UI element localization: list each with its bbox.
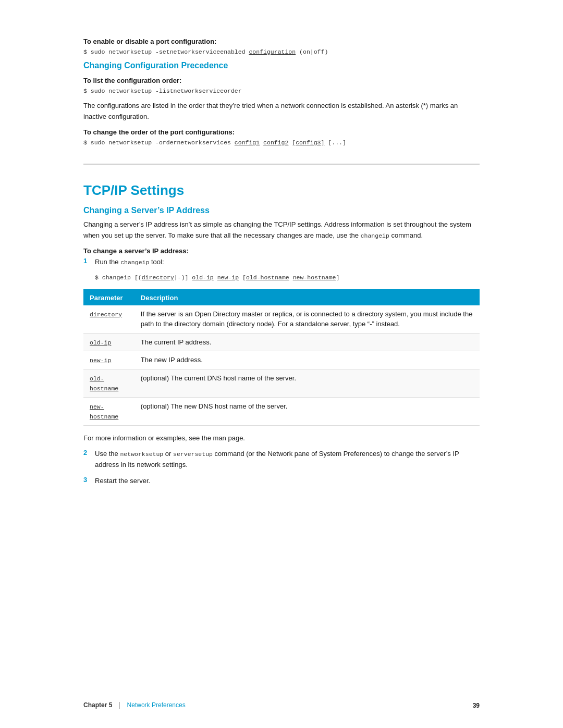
top-section: To enable or disable a port configuratio… (83, 38, 480, 57)
step-3-number: 3 (83, 476, 95, 484)
page-container: To enable or disable a port configuratio… (0, 0, 563, 728)
bold-label-list-config: To list the configuration order: (83, 77, 480, 84)
changing-config-heading: Changing Configuration Precedence (83, 61, 480, 70)
parameter-table: Parameter Description directoryIf the se… (83, 289, 480, 426)
command-list-text: $ sudo networksetup -listnetworkserviceo… (83, 88, 242, 94)
step-3: 3 Restart the server. (83, 476, 480, 487)
command-change-order: $ sudo networksetup -ordernetworkservice… (83, 138, 480, 147)
changing-config-section: Changing Configuration Precedence To lis… (83, 61, 480, 147)
step2-code1: networksetup (120, 451, 163, 458)
tcp-ip-heading: TCP/IP Settings (83, 170, 480, 199)
page-footer: Chapter 5 Network Preferences 39 (0, 701, 563, 709)
step-1-number: 1 (83, 257, 95, 265)
step2-prefix: Use the (95, 450, 120, 458)
table-cell-param: new-ip (83, 351, 134, 369)
step-1-content: Run the changeip tool: (95, 257, 480, 268)
changeip-inline: changeip (361, 232, 389, 239)
table-cell-param: directory (83, 305, 134, 334)
table-row: new-ipThe new IP address. (83, 351, 480, 369)
changing-server-heading: Changing a Server’s IP Address (83, 206, 480, 215)
changeip-sp1 (214, 274, 217, 281)
footer-left: Chapter 5 Network Preferences (83, 701, 186, 709)
for-more-info: For more information or examples, see th… (83, 433, 480, 444)
footer-page-number: 39 (473, 702, 480, 709)
command-list-config: $ sudo networksetup -listnetworkserviceo… (83, 87, 480, 96)
param-value: old-ip (90, 339, 111, 346)
bold-label-change-order: To change the order of the port configur… (83, 128, 480, 136)
changeip-old-ip: old-ip (192, 274, 213, 281)
command-enable-disable: $ sudo networksetup -setnetworkserviceen… (83, 47, 480, 57)
changing-server-section: Changing a Server’s IP Address Changing … (83, 206, 480, 487)
table-header-param: Parameter (83, 290, 134, 305)
server-body-suffix: command. (391, 231, 423, 239)
table-cell-param: old-hostname (83, 369, 134, 397)
step-1: 1 Run the changeip tool: (83, 257, 480, 268)
step-2-number: 2 (83, 449, 95, 456)
tcp-ip-section: TCP/IP Settings Changing a Server’s IP A… (83, 164, 480, 487)
table-row: old-hostname(optional) The current DNS h… (83, 369, 480, 397)
changing-server-body: Changing a server’s IP address isn’t as … (83, 219, 480, 241)
changeip-cmd-prefix: $ changeip [( (95, 274, 142, 281)
table-row: old-ipThe current IP address. (83, 333, 480, 351)
changeip-sp3 (289, 274, 293, 281)
cmd-order-config3: [config3] (292, 139, 324, 146)
table-row: directoryIf the server is an Open Direct… (83, 305, 480, 334)
param-value: old-hostname (90, 375, 118, 392)
table-cell-desc: (optional) The current DNS host name of … (134, 369, 480, 397)
table-cell-desc: The current IP address. (134, 333, 480, 351)
step-2: 2 Use the networksetup or serversetup co… (83, 449, 480, 471)
step1-code: changeip (120, 259, 149, 266)
table-cell-param: old-ip (83, 333, 134, 351)
footer-divider (119, 702, 120, 709)
changeip-sp2: [ (239, 274, 246, 281)
table-header-row: Parameter Description (83, 290, 480, 305)
changeip-mid1: |-)] (174, 274, 192, 281)
step2-middle: or (163, 450, 173, 458)
cmd-order-config2: config2 (263, 139, 288, 146)
command-enable-suffix: (on|off) (296, 48, 328, 55)
changeip-command: $ changeip [(directory|-)] old-ip new-ip… (95, 273, 480, 282)
footer-chapter-label: Chapter 5 (83, 701, 112, 709)
command-enable-prefix: $ sudo networksetup -setnetworkserviceen… (83, 48, 249, 55)
param-value: new-hostname (90, 403, 118, 421)
step1-prefix: Run the (95, 258, 120, 266)
config-body-text: The configurations are listed in the ord… (83, 101, 480, 122)
bold-label-change-server-ip: To change a server’s IP address: (83, 247, 480, 255)
step2-code2: serversetup (173, 451, 213, 458)
cmd-order-config1: config1 (235, 139, 260, 146)
footer-right: 39 (473, 701, 480, 709)
changeip-old-hostname: old-hostname (246, 274, 289, 281)
step1-suffix: tool: (149, 258, 164, 266)
param-value: new-ip (90, 357, 111, 364)
table-row: new-hostname(optional) The new DNS host … (83, 397, 480, 425)
table-cell-desc: If the server is an Open Directory maste… (134, 305, 480, 334)
param-value: directory (90, 311, 122, 318)
table-cell-desc: (optional) The new DNS host name of the … (134, 397, 480, 425)
changeip-directory: directory (142, 274, 174, 281)
table-header-desc: Description (134, 290, 480, 305)
table-cell-desc: The new IP address. (134, 351, 480, 369)
step-3-content: Restart the server. (95, 476, 480, 487)
command-enable-config: configuration (249, 48, 296, 55)
changeip-close: ] (336, 274, 339, 281)
changeip-new-hostname: new-hostname (293, 274, 336, 281)
changeip-new-ip: new-ip (217, 274, 239, 281)
footer-chapter-title: Network Preferences (127, 701, 186, 709)
step-2-content: Use the networksetup or serversetup comm… (95, 449, 480, 471)
bold-label-enable-disable: To enable or disable a port configuratio… (83, 38, 480, 45)
cmd-order-suffix: [...] (324, 139, 346, 146)
table-cell-param: new-hostname (83, 397, 134, 425)
cmd-order-prefix: $ sudo networksetup -ordernetworkservice… (83, 139, 235, 146)
